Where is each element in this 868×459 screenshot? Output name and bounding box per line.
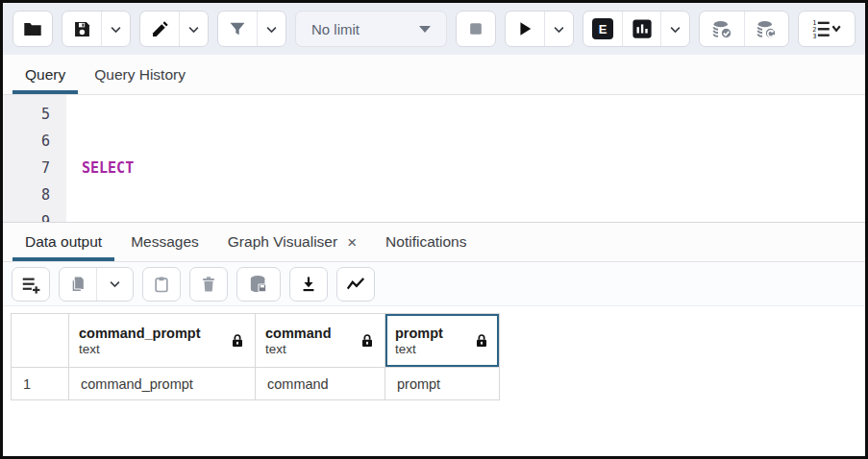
cell-command[interactable]: command [256,368,385,400]
editor-tab-bar: Query Query History [3,55,865,95]
lock-icon [474,333,489,349]
edit-button[interactable] [140,12,179,46]
execute-menu-button[interactable] [544,12,573,46]
sql-editor[interactable]: 5 6 7 8 9 SELECT quote_ident('command_pr… [3,95,865,222]
tab-data-output[interactable]: Data output [11,223,116,261]
download-icon [299,275,318,294]
trash-icon [199,275,218,294]
save-data-changes-icon [247,273,270,296]
column-name: command_prompt [79,326,201,341]
chevron-down-icon [109,22,123,36]
svg-text:3: 3 [812,33,816,39]
visualiser-group [336,267,375,302]
open-file-button[interactable] [13,12,52,46]
stop-button[interactable] [457,12,495,46]
delete-group [189,267,228,302]
copy-menu-button[interactable] [96,268,133,301]
stop-group [456,11,496,47]
edit-group [139,11,209,47]
filter-button[interactable] [218,12,257,46]
results-grid-area: command_prompt text command text [3,306,865,456]
save-group [62,11,131,47]
select-all-corner[interactable] [12,314,69,368]
code-line: SELECT [82,155,865,181]
transaction-group [699,11,789,47]
column-type: text [265,342,332,356]
chevron-down-icon [264,22,279,36]
tab-query[interactable]: Query [11,55,80,94]
row-number-cell[interactable]: 1 [12,368,69,400]
column-type: text [395,342,443,356]
chevron-down-icon [186,22,201,36]
cell-command_prompt[interactable]: command_prompt [69,368,256,400]
copy-group [59,267,134,302]
edit-pencil-icon [150,19,170,39]
tab-query-history-label: Query History [94,66,186,84]
stop-icon [466,19,485,38]
row-limit-dropdown[interactable]: No limit [295,11,447,47]
save-button[interactable] [62,12,101,46]
filter-icon [228,19,247,38]
column-header-prompt[interactable]: prompt text [385,314,500,368]
delete-button[interactable] [190,268,227,301]
column-type: text [79,342,201,356]
save-icon [72,19,92,39]
tab-messages[interactable]: Messages [116,223,213,261]
tab-data-output-label: Data output [25,233,102,251]
copy-button[interactable] [60,268,96,301]
graph-visualiser-button[interactable] [337,268,374,301]
column-header-command_prompt[interactable]: command_prompt text [69,314,256,368]
chevron-down-icon [668,22,682,36]
query-tool-window: No limit E [0,0,868,459]
column-name: prompt [395,326,443,341]
chevron-down-icon [552,22,566,36]
rollback-button[interactable] [744,12,788,46]
paste-icon [152,275,171,294]
explain-menu-button[interactable] [660,12,689,46]
lock-icon [230,333,245,349]
save-data-changes-button[interactable] [237,268,280,301]
header-row: command_prompt text command text [12,314,500,368]
add-row-group [12,267,50,302]
tab-messages-label: Messages [131,233,199,251]
data-output-toolbar [3,262,865,306]
query-toolbar: No limit E [3,3,865,55]
column-name: command [265,326,332,341]
explain-button[interactable]: E [583,12,622,46]
line-number: 6 [3,128,50,155]
output-tab-bar: Data output Messages Graph Visualiser × … [3,222,865,262]
close-icon[interactable]: × [347,234,357,251]
paste-group [142,267,181,302]
tab-graph-visualiser[interactable]: Graph Visualiser × [213,223,371,261]
paste-button[interactable] [143,268,180,301]
tab-notifications[interactable]: Notifications [371,223,481,261]
explain-analyze-icon [632,18,653,39]
explain-icon: E [592,18,613,39]
macros-list-icon: 123 [810,18,843,39]
table-row: 1 command_prompt command prompt [12,368,500,400]
cell-prompt[interactable]: prompt [385,368,500,400]
rollback-icon [755,17,779,41]
execute-button[interactable] [506,12,544,46]
macros-button[interactable]: 123 [799,12,855,46]
explain-analyze-button[interactable] [622,12,660,46]
download-button[interactable] [290,268,327,301]
row-limit-value: No limit [311,21,360,37]
tab-query-label: Query [25,66,65,84]
tab-query-history[interactable]: Query History [80,55,200,94]
edit-menu-button[interactable] [179,12,208,46]
tab-graph-visualiser-label: Graph Visualiser [228,233,337,251]
results-table: command_prompt text command text [11,313,500,400]
line-number-partial: 9 [3,208,50,222]
save-menu-button[interactable] [101,12,130,46]
lock-icon [360,333,375,349]
filter-menu-button[interactable] [257,12,285,46]
open-file-group [12,11,53,47]
column-header-command[interactable]: command text [256,314,385,368]
commit-button[interactable] [700,12,744,46]
add-row-icon [20,274,41,295]
line-number: 5 [3,101,50,128]
sql-code[interactable]: SELECT quote_ident('command_prompt') AS … [66,95,865,222]
add-row-button[interactable] [12,268,49,301]
tab-notifications-label: Notifications [385,233,466,251]
